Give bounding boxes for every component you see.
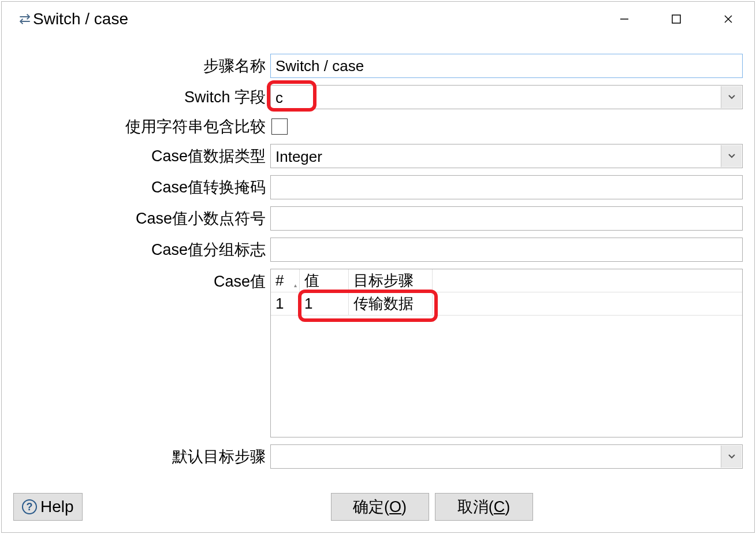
cancel-button[interactable]: 取消(C) bbox=[435, 493, 533, 521]
default-target-combo[interactable] bbox=[270, 444, 743, 469]
cell-target[interactable]: 传输数据 bbox=[349, 292, 433, 315]
help-label: Help bbox=[40, 498, 74, 516]
use-contains-label: 使用字符串包含比较 bbox=[13, 116, 270, 137]
case-type-label: Case值数据类型 bbox=[13, 146, 270, 166]
switch-field-value: c bbox=[275, 89, 283, 106]
step-name-input[interactable] bbox=[270, 54, 743, 78]
svg-rect-1 bbox=[672, 15, 680, 23]
col-header-value[interactable]: 值 bbox=[300, 269, 349, 292]
col-header-idx[interactable]: #▴ bbox=[271, 269, 300, 292]
titlebar: ⇄ Switch / case bbox=[2, 2, 754, 36]
default-target-label: 默认目标步骤 bbox=[13, 446, 270, 467]
case-values-label: Case值 bbox=[13, 269, 270, 292]
help-button[interactable]: ? Help bbox=[13, 493, 83, 521]
form-area: 步骤名称 Switch 字段 c 使用字符串包含比较 bbox=[2, 36, 754, 487]
button-bar: ? Help 确定(O) 取消(C) bbox=[2, 487, 754, 532]
case-decimal-input[interactable] bbox=[270, 206, 743, 231]
use-contains-checkbox[interactable] bbox=[271, 118, 288, 135]
window-controls bbox=[598, 2, 754, 36]
table-header-row: #▴ 值 目标步骤 bbox=[271, 269, 742, 292]
ok-button[interactable]: 确定(O) bbox=[331, 493, 429, 521]
col-header-target[interactable]: 目标步骤 bbox=[349, 269, 433, 292]
maximize-button[interactable] bbox=[650, 2, 702, 36]
case-mask-label: Case值转换掩码 bbox=[13, 177, 270, 198]
help-icon: ? bbox=[22, 499, 37, 514]
step-name-label: 步骤名称 bbox=[13, 55, 270, 76]
chevron-down-icon[interactable] bbox=[721, 145, 742, 167]
case-group-label: Case值分组标志 bbox=[13, 239, 270, 260]
minimize-button[interactable] bbox=[598, 2, 650, 36]
case-group-input[interactable] bbox=[270, 238, 743, 262]
window-title: Switch / case bbox=[33, 10, 128, 28]
sort-arrow-icon: ▴ bbox=[294, 282, 297, 288]
case-values-table[interactable]: #▴ 值 目标步骤 1 1 传输数据 bbox=[270, 269, 743, 437]
case-type-combo[interactable]: Integer bbox=[270, 144, 743, 168]
switch-case-dialog: ⇄ Switch / case 步骤名称 Switch 字段 c bbox=[1, 1, 755, 533]
app-icon: ⇄ bbox=[19, 11, 27, 27]
switch-field-label: Switch 字段 bbox=[13, 87, 270, 107]
case-decimal-label: Case值小数点符号 bbox=[13, 208, 270, 229]
case-mask-input[interactable] bbox=[270, 175, 743, 199]
switch-field-combo[interactable]: c bbox=[270, 85, 743, 109]
chevron-down-icon[interactable] bbox=[721, 86, 742, 108]
cell-value[interactable]: 1 bbox=[300, 292, 349, 315]
cell-idx: 1 bbox=[271, 292, 300, 315]
chevron-down-icon[interactable] bbox=[721, 446, 742, 468]
case-type-value: Integer bbox=[275, 148, 322, 165]
close-button[interactable] bbox=[702, 2, 754, 36]
table-row[interactable]: 1 1 传输数据 bbox=[271, 292, 742, 316]
